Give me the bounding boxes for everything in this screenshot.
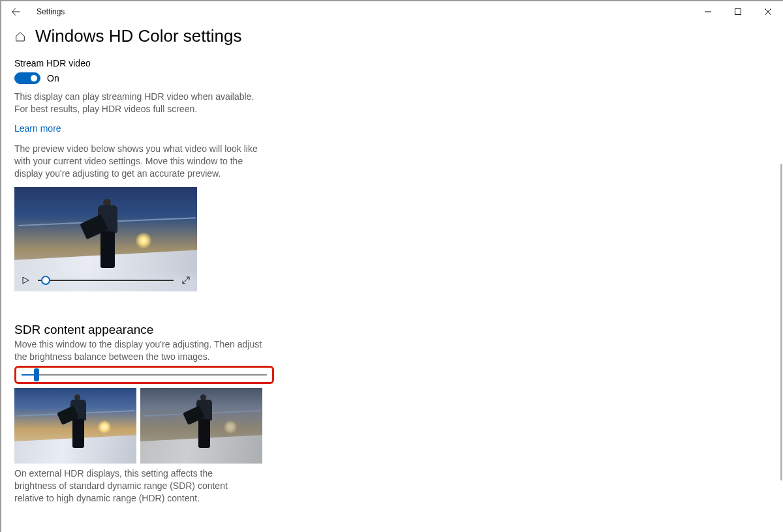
stream-hdr-toggle[interactable] <box>14 72 40 84</box>
minimize-icon <box>705 8 711 15</box>
preview-video[interactable] <box>14 187 197 291</box>
content-area: Windows HD Color settings Stream HDR vid… <box>1 22 783 505</box>
video-controls <box>14 269 197 291</box>
maximize-button[interactable] <box>723 1 753 22</box>
page-header: Windows HD Color settings <box>14 26 783 46</box>
stream-hdr-toggle-row: On <box>14 72 262 84</box>
svg-rect-0 <box>735 9 741 15</box>
title-bar: Settings <box>1 1 783 22</box>
toggle-knob <box>31 75 37 81</box>
preview-description: The preview video below shows you what v… <box>14 143 262 180</box>
settings-column: Stream HDR video On This display can pla… <box>14 58 262 505</box>
learn-more-link[interactable]: Learn more <box>14 123 262 134</box>
sdr-section: SDR content appearance Move this window … <box>14 323 262 504</box>
preview-illustration-sun <box>136 233 151 248</box>
close-button[interactable] <box>753 1 783 22</box>
window-controls <box>693 1 783 22</box>
play-button[interactable] <box>21 276 30 285</box>
sdr-slider-highlight <box>14 366 274 384</box>
back-button[interactable] <box>7 3 25 21</box>
play-icon <box>21 276 30 285</box>
stream-hdr-toggle-state: On <box>47 73 59 83</box>
sdr-brightness-slider[interactable] <box>22 374 267 376</box>
app-title: Settings <box>37 7 65 16</box>
home-icon[interactable] <box>14 31 26 42</box>
arrow-left-icon <box>11 7 20 16</box>
sdr-instruction: Move this window to the display you're a… <box>14 338 262 363</box>
sdr-sample-hdr <box>14 388 136 464</box>
maximize-icon <box>735 8 741 15</box>
sdr-compare-row <box>14 388 262 464</box>
sdr-title: SDR content appearance <box>14 323 262 337</box>
video-seek-slider[interactable] <box>38 280 174 281</box>
close-icon <box>765 8 771 15</box>
slider-thumb[interactable] <box>34 368 39 381</box>
home-outline-icon <box>14 31 26 42</box>
sdr-footnote: On external HDR displays, this setting a… <box>14 467 249 505</box>
fullscreen-button[interactable] <box>181 276 191 285</box>
vertical-scrollbar[interactable] <box>780 21 782 531</box>
video-seek-thumb[interactable] <box>41 276 50 285</box>
minimize-button[interactable] <box>693 1 723 22</box>
stream-hdr-label: Stream HDR video <box>14 58 262 68</box>
sdr-sample-sdr <box>140 388 262 464</box>
preview-illustration-person <box>91 199 125 271</box>
scrollbar-thumb[interactable] <box>780 164 782 480</box>
page-title: Windows HD Color settings <box>35 26 241 46</box>
fullscreen-icon <box>181 276 191 285</box>
stream-hdr-description: This display can play streaming HDR vide… <box>14 91 262 115</box>
